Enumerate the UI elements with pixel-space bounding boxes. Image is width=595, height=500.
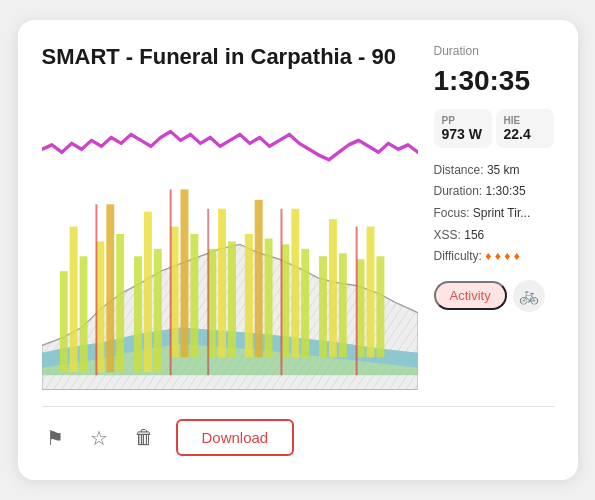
tags-row: Activity 🚲 [434, 280, 554, 312]
top-section: SMART - Funeral in Carpathia - 90 [42, 44, 554, 390]
svg-rect-25 [301, 249, 309, 357]
bike-tag[interactable]: 🚲 [513, 280, 545, 312]
duration-label: Duration [434, 44, 554, 58]
svg-rect-31 [376, 256, 384, 357]
pp-label: PP [442, 115, 484, 126]
svg-rect-12 [143, 212, 151, 372]
svg-rect-22 [264, 238, 272, 357]
svg-rect-11 [134, 256, 142, 372]
svg-rect-19 [228, 241, 236, 357]
download-button[interactable]: Download [176, 419, 295, 456]
svg-rect-13 [153, 249, 161, 372]
svg-rect-27 [328, 219, 336, 357]
hie-value: 22.4 [504, 126, 546, 142]
detail-difficulty: Difficulty: ♦ ♦ ♦ ♦ [434, 246, 554, 268]
svg-rect-8 [96, 241, 104, 372]
detail-xss: XSS: 156 [434, 225, 554, 247]
left-panel: SMART - Funeral in Carpathia - 90 [42, 44, 418, 390]
svg-rect-15 [180, 189, 188, 357]
pp-value: 973 W [442, 126, 484, 142]
star-button[interactable]: ☆ [86, 422, 112, 454]
svg-rect-29 [356, 259, 364, 357]
duration-value: 1:30:35 [434, 66, 554, 97]
svg-rect-28 [338, 253, 346, 357]
svg-rect-17 [208, 249, 216, 357]
detail-duration: Duration: 1:30:35 [434, 181, 554, 203]
stat-pp: PP 973 W [434, 109, 492, 148]
workout-chart [42, 78, 418, 390]
stat-hie: HIE 22.4 [496, 109, 554, 148]
flag-button[interactable]: ⚑ [42, 422, 68, 454]
svg-rect-6 [69, 227, 77, 373]
svg-rect-7 [79, 256, 87, 372]
svg-rect-21 [254, 200, 262, 357]
svg-rect-16 [190, 234, 198, 357]
activity-tag[interactable]: Activity [434, 281, 507, 310]
details-list: Distance: 35 km Duration: 1:30:35 Focus:… [434, 160, 554, 268]
trash-icon: 🗑 [134, 426, 154, 448]
bike-icon: 🚲 [519, 286, 539, 305]
detail-focus: Focus: Sprint Tir... [434, 203, 554, 225]
svg-rect-18 [218, 209, 226, 358]
divider [42, 406, 554, 407]
svg-rect-20 [244, 234, 252, 357]
chart-area [42, 78, 418, 390]
flag-icon: ⚑ [46, 427, 64, 449]
workout-title: SMART - Funeral in Carpathia - 90 [42, 44, 418, 70]
svg-rect-9 [106, 204, 114, 372]
svg-rect-23 [281, 244, 289, 357]
bottom-bar: ⚑ ☆ 🗑 Download [42, 419, 554, 456]
svg-rect-26 [319, 256, 327, 357]
detail-distance: Distance: 35 km [434, 160, 554, 182]
hie-label: HIE [504, 115, 546, 126]
svg-rect-10 [116, 234, 124, 372]
svg-rect-24 [291, 209, 299, 358]
svg-rect-30 [366, 227, 374, 358]
trash-button[interactable]: 🗑 [130, 422, 158, 453]
svg-rect-14 [170, 227, 178, 358]
stats-row: PP 973 W HIE 22.4 [434, 109, 554, 148]
star-icon: ☆ [90, 427, 108, 449]
right-panel: Duration 1:30:35 PP 973 W HIE 22.4 Dista… [434, 44, 554, 390]
svg-rect-5 [59, 271, 67, 372]
workout-card: SMART - Funeral in Carpathia - 90 [18, 20, 578, 480]
